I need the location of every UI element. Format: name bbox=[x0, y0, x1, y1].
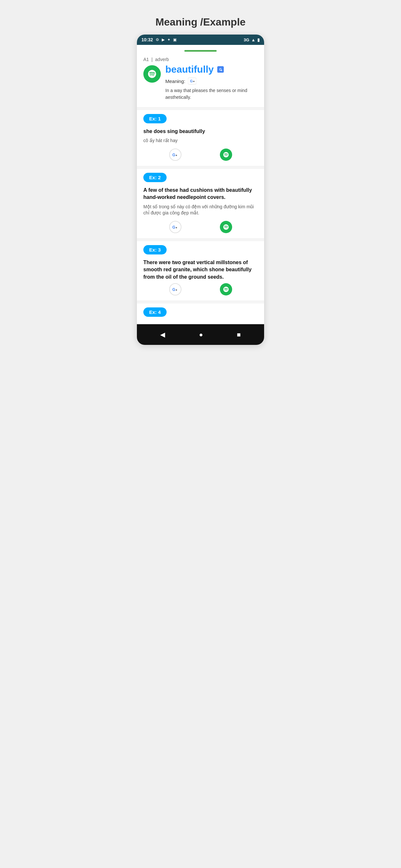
status-bar: 10:32 ⚙ ▶ ✦ ▣ 3G ▲ ▮ bbox=[137, 35, 264, 45]
meaning-row: Meaning: G ✦ bbox=[165, 77, 258, 85]
example-actions-3: G ✦ bbox=[137, 283, 264, 296]
header-card: A1 | adverb beautifully bbox=[137, 45, 264, 107]
translate-button-1[interactable]: G ✦ bbox=[169, 149, 181, 161]
svg-text:✦: ✦ bbox=[193, 80, 195, 83]
word-title: beautifully G ✦ bbox=[165, 64, 258, 75]
example-badge-1: Ex: 1 bbox=[143, 114, 166, 123]
example-card-2: Ex: 2 A few of these had cushions with b… bbox=[137, 169, 264, 239]
svg-text:G: G bbox=[172, 287, 175, 292]
example-vietnamese-1: cô ấy hát rất hay bbox=[137, 137, 264, 149]
translate-button-3[interactable]: G ✦ bbox=[169, 283, 181, 296]
word-text: beautifully bbox=[165, 64, 214, 75]
recent-nav-button[interactable]: ■ bbox=[232, 329, 246, 340]
example-card-4: Ex: 4 bbox=[137, 304, 264, 324]
status-left: 10:32 ⚙ ▶ ✦ ▣ bbox=[142, 37, 177, 42]
example-english-2: A few of these had cushions with beautif… bbox=[137, 187, 264, 204]
play-icon: ▶ bbox=[162, 37, 165, 42]
svg-text:G: G bbox=[172, 225, 175, 229]
svg-text:✦: ✦ bbox=[175, 289, 178, 291]
battery-icon: ▮ bbox=[257, 37, 259, 42]
settings-icon: ⚙ bbox=[156, 37, 159, 42]
network-label: 3G bbox=[244, 37, 249, 42]
example-actions-2: G ✦ bbox=[137, 221, 264, 233]
content-area: A1 | adverb beautifully bbox=[137, 45, 264, 324]
example-card-1: Ex: 1 she does sing beautifully cô ấy há… bbox=[137, 110, 264, 166]
example-vietnamese-2: Một số trong số này có đệm với những đườ… bbox=[137, 204, 264, 221]
example-english-1: she does sing beautifully bbox=[137, 128, 264, 137]
green-bar-container bbox=[143, 50, 258, 52]
meta-separator: | bbox=[150, 57, 155, 62]
sd-icon: ▣ bbox=[173, 37, 177, 42]
word-header: beautifully G ✦ Meaning: bbox=[143, 64, 258, 101]
back-nav-button[interactable]: ◀ bbox=[155, 329, 170, 340]
status-right: 3G ▲ ▮ bbox=[244, 37, 259, 42]
audio-button-3[interactable] bbox=[220, 283, 232, 296]
google-translate-meaning-icon[interactable]: G ✦ bbox=[188, 77, 196, 85]
meaning-definition: In a way that pleases the senses or mind… bbox=[165, 87, 258, 101]
example-english-3: There were two great vertical millstones… bbox=[137, 259, 264, 283]
meaning-label: Meaning: bbox=[165, 79, 185, 84]
page-wrapper: Meaning /Example 10:32 ⚙ ▶ ✦ ▣ 3G ▲ ▮ bbox=[134, 6, 267, 345]
svg-text:G: G bbox=[172, 153, 175, 157]
part-of-speech: adverb bbox=[155, 57, 169, 62]
translate-button-2[interactable]: G ✦ bbox=[169, 221, 181, 233]
signal-bars-icon: ▲ bbox=[251, 37, 255, 42]
svg-text:✦: ✦ bbox=[175, 154, 178, 157]
signal-icon: ✦ bbox=[167, 37, 171, 42]
status-time: 10:32 bbox=[142, 37, 153, 42]
spotify-logo-icon[interactable] bbox=[143, 65, 161, 83]
example-card-3: Ex: 3 There were two great vertical mill… bbox=[137, 241, 264, 301]
audio-button-1[interactable] bbox=[220, 149, 232, 161]
phone-frame: 10:32 ⚙ ▶ ✦ ▣ 3G ▲ ▮ A1 | bbox=[137, 35, 264, 345]
page-title: Meaning /Example bbox=[134, 6, 267, 35]
svg-text:✦: ✦ bbox=[220, 69, 222, 72]
audio-button-2[interactable] bbox=[220, 221, 232, 233]
word-level: A1 bbox=[143, 57, 149, 62]
home-nav-button[interactable]: ● bbox=[194, 329, 208, 340]
google-translate-word-icon[interactable]: G ✦ bbox=[216, 65, 225, 73]
word-info: beautifully G ✦ Meaning: bbox=[165, 64, 258, 101]
svg-text:G: G bbox=[190, 79, 193, 83]
green-bar bbox=[184, 50, 217, 52]
example-badge-3: Ex: 3 bbox=[143, 245, 166, 254]
word-meta: A1 | adverb bbox=[143, 57, 258, 62]
bottom-nav: ◀ ● ■ bbox=[137, 324, 264, 345]
example-badge-4: Ex: 4 bbox=[143, 307, 166, 317]
svg-text:✦: ✦ bbox=[175, 226, 178, 229]
example-badge-2: Ex: 2 bbox=[143, 173, 166, 182]
example-actions-1: G ✦ bbox=[137, 149, 264, 161]
